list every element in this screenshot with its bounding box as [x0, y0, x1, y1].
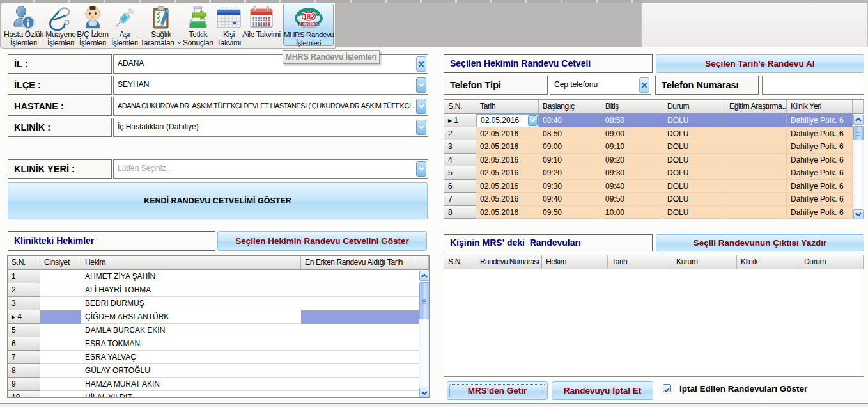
svg-text:182: 182	[303, 13, 314, 20]
svg-text:MERKEZİ: MERKEZİ	[298, 21, 319, 27]
